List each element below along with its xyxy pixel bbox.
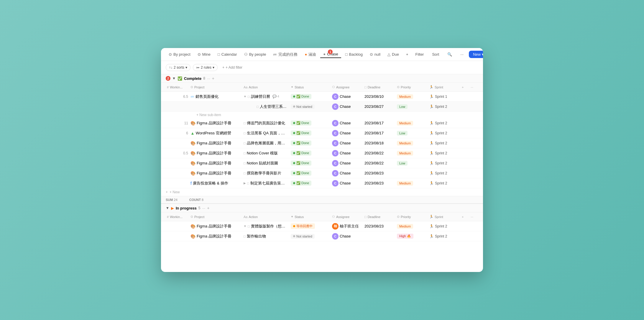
more-options-button[interactable]: ···	[457, 51, 466, 58]
row-action[interactable]: □ 生活黑客 QA 頁面，設計優化	[242, 130, 290, 136]
nav-calendar[interactable]: □ Calendar	[215, 51, 240, 58]
row-sprint[interactable]: 🏃 Sprint 2	[428, 121, 461, 126]
row-assignee[interactable]: C Chase	[331, 159, 363, 167]
nav-mine[interactable]: ⊙ Mine	[195, 51, 213, 58]
ip-row-project[interactable]: 🎨 Figma 品牌設計手冊	[189, 223, 242, 230]
row-status[interactable]: ✅ Done	[290, 120, 331, 126]
row-status[interactable]: ✅ Done	[290, 93, 331, 100]
search-button[interactable]: 🔍	[444, 51, 455, 58]
row-priority-sub[interactable]: Low	[396, 104, 428, 110]
nav-chase[interactable]: 1 ● Chase	[320, 51, 341, 58]
filter-button[interactable]: Filter	[413, 51, 427, 58]
new-button[interactable]: New ▾	[469, 51, 483, 58]
row-status[interactable]: ✅ Done	[290, 160, 331, 166]
row-priority[interactable]: Medium	[396, 150, 428, 156]
row-priority[interactable]: Medium	[396, 140, 428, 146]
complete-chevron[interactable]: ▼	[172, 76, 176, 80]
inprogress-chevron[interactable]: ▼	[166, 206, 169, 210]
row-action[interactable]: □ Notion 貼紙封面圖	[242, 160, 290, 166]
inprogress-more[interactable]: ···	[202, 206, 205, 210]
row-action-sub[interactable]: □ 人生管理三系統（Light、Dark）	[242, 103, 290, 110]
row-priority[interactable]: Medium	[396, 180, 428, 186]
row-sprint[interactable]: 🏃 Sprint 2	[428, 161, 461, 166]
ip-row-assignee-2[interactable]: C Chase	[331, 232, 363, 240]
row-priority[interactable]: Medium	[396, 94, 428, 100]
row-project[interactable]: ≔ 銷售頁面優化	[189, 93, 242, 100]
rules-chip[interactable]: ≔ 2 rules ▾	[193, 64, 218, 71]
ip-row-assignee[interactable]: 柚 柚子班主任	[331, 222, 363, 230]
complete-more[interactable]: ···	[207, 76, 210, 81]
ip-row-project-2[interactable]: 🎨 Figma 品牌設計手冊	[189, 233, 242, 240]
row-action[interactable]: □ Notion Cover 模版	[242, 150, 290, 156]
nav-hanyu[interactable]: ● 涵渝	[302, 51, 319, 58]
row-priority[interactable]: Low	[396, 130, 428, 136]
row-sprint[interactable]: 🏃 Sprint 2	[428, 151, 461, 156]
row-status[interactable]: ✅ Done	[290, 170, 331, 176]
new-row-button[interactable]: + + New	[161, 188, 483, 196]
row-more-action[interactable]	[469, 96, 478, 97]
row-action[interactable]: □ 品牌色漸層底圖，用於 CleanShot X 截圖用	[242, 140, 290, 146]
row-number: 6.5	[166, 94, 189, 99]
row-action[interactable]: ▶ □ 制定第七屆廣告策略與素材製作	[242, 180, 290, 187]
ip-row-status[interactable]: 等待回應中	[290, 223, 331, 230]
row-sprint[interactable]: 🏃 Sprint 1	[428, 94, 461, 99]
inprogress-table-header: # Workin... ⊙ Project Aa Action ✦ Status…	[161, 212, 483, 221]
row-assignee[interactable]: C Chase	[331, 119, 363, 127]
row-status[interactable]: ✅ Done	[290, 150, 331, 156]
ip-row-sprint-2[interactable]: 🏃 Sprint 2	[428, 234, 461, 239]
ip-row-priority[interactable]: Medium	[396, 223, 428, 229]
sorts-chip[interactable]: ↑↓ 2 sorts ▾	[166, 64, 190, 71]
ip-col-add[interactable]: +	[461, 214, 469, 220]
row-action[interactable]: ▼ □ 訓練營日曆 💬 4	[242, 93, 290, 100]
row-action[interactable]: □ 傳送門的頁面設計優化	[242, 120, 290, 126]
sort-button[interactable]: Sort	[429, 51, 442, 58]
add-filter-button[interactable]: + + Add filter	[220, 64, 245, 71]
row-project[interactable]: ▲ WordPress 官網經營	[189, 130, 242, 136]
ip-row-status-2[interactable]: Not started	[290, 233, 331, 239]
row-sprint[interactable]: 🏃 Sprint 2	[428, 181, 461, 186]
row-add-action[interactable]	[461, 96, 469, 97]
row-sprint[interactable]: 🏃 Sprint 2	[428, 171, 461, 176]
ip-col-more[interactable]: ···	[469, 214, 478, 220]
row-priority[interactable]	[396, 173, 428, 174]
row-sprint[interactable]: 🏃 Sprint 2	[428, 141, 461, 146]
row-status[interactable]: ✅ Done	[290, 130, 331, 136]
nav-add[interactable]: +	[403, 51, 411, 58]
row-assignee[interactable]: C Chase	[331, 139, 363, 147]
row-project[interactable]: f 廣告投放策略 & 操作	[189, 180, 242, 187]
row-status[interactable]: ✅ Done	[290, 140, 331, 146]
row-assignee-sub[interactable]: C Chase	[331, 103, 363, 110]
row-assignee[interactable]: C Chase	[331, 169, 363, 177]
row-assignee[interactable]: C Chase	[331, 129, 363, 137]
row-status-sub[interactable]: Not started	[290, 104, 331, 110]
nav-backlog[interactable]: □ Backlog	[342, 51, 366, 58]
row-project[interactable]: 🎨 Figma 品牌設計手冊	[189, 140, 242, 146]
ip-row-sprint[interactable]: 🏃 Sprint 2	[428, 224, 461, 229]
nav-by-people[interactable]: ⚇ By people	[241, 51, 269, 58]
row-project[interactable]: 🎨 Figma 品牌設計手冊	[189, 160, 242, 166]
row-project[interactable]: 🎨 Figma 品牌設計手冊	[189, 150, 242, 156]
row-sprint-sub[interactable]: 🏃 Sprint 2	[428, 104, 461, 109]
row-project[interactable]: 🎨 Figma 品牌設計手冊	[189, 170, 242, 177]
inprogress-add[interactable]: +	[207, 206, 209, 210]
ip-row-priority-2[interactable]: High 🔥	[396, 233, 428, 239]
col-more[interactable]: ···	[469, 84, 478, 90]
nav-by-project[interactable]: ⊙ By project	[166, 51, 193, 58]
row-status[interactable]: ✅ Done	[290, 180, 331, 186]
ip-row-action[interactable]: ▼ □ 實體版版製作（想法）	[242, 223, 290, 230]
nav-due[interactable]: △ Due	[385, 51, 402, 58]
complete-add[interactable]: +	[212, 76, 214, 81]
row-assignee[interactable]: C Chase	[331, 93, 363, 100]
row-action[interactable]: □ 撰寫教學手冊與影片	[242, 170, 290, 177]
col-add[interactable]: +	[461, 84, 469, 90]
row-project[interactable]: 🎨 Figma 品牌設計手冊	[189, 120, 242, 126]
row-priority[interactable]: Low	[396, 160, 428, 166]
new-sub-item-row[interactable]: + New sub-item	[161, 112, 483, 118]
nav-null[interactable]: ⊙ null	[367, 51, 383, 58]
row-assignee[interactable]: C Chase	[331, 179, 363, 187]
row-priority[interactable]: Medium	[396, 120, 428, 126]
ip-row-action-2[interactable]: □ 製作輸出物	[242, 233, 290, 240]
row-sprint[interactable]: 🏃 Sprint 2	[428, 131, 461, 136]
nav-complete-tasks[interactable]: ≔ 完成的任務	[270, 51, 300, 58]
row-assignee[interactable]: C Chase	[331, 149, 363, 157]
